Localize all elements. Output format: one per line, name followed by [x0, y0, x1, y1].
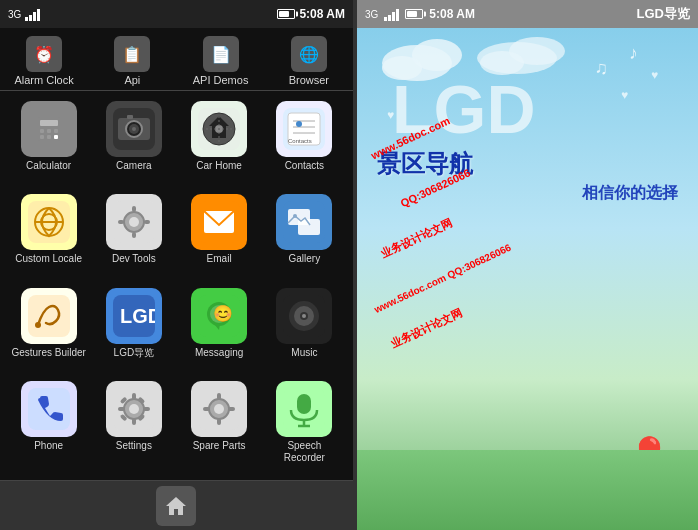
app-lgd[interactable]: LGD LGD导览: [93, 282, 174, 371]
settings-icon: [106, 381, 162, 437]
app-email[interactable]: Email: [178, 188, 259, 277]
svg-text:LGD: LGD: [120, 305, 155, 327]
watermark-text-5: 业务设计论文网: [388, 306, 463, 349]
api-demos-label: API Demos: [193, 74, 249, 86]
app-area: ⏰ Alarm Clock 📋 Api 📄 API Demos 🌐 Browse…: [0, 28, 353, 480]
gallery-label: Gallery: [289, 253, 321, 265]
svg-rect-1: [40, 120, 58, 126]
svg-rect-73: [217, 393, 221, 400]
app-spare-parts[interactable]: Spare Parts: [178, 375, 259, 476]
lgd-tagline-area: 相信你的选择: [582, 183, 678, 204]
app-settings[interactable]: Settings: [93, 375, 174, 476]
right-signal-bar-2: [388, 15, 391, 21]
dev-tools-label: Dev Tools: [112, 253, 156, 265]
bottom-nav: [0, 480, 353, 530]
svg-rect-13: [127, 115, 133, 119]
right-signal-bars: [384, 7, 399, 21]
top-app-alarm[interactable]: ⏰ Alarm Clock: [4, 36, 84, 86]
messaging-icon: 😊: [191, 288, 247, 344]
app-gallery[interactable]: Gallery: [264, 188, 345, 277]
app-calculator[interactable]: Calculator: [8, 95, 89, 184]
top-app-api-demos[interactable]: 📄 API Demos: [181, 36, 261, 86]
svg-rect-63: [132, 418, 136, 425]
app-messaging[interactable]: 😊 Messaging: [178, 282, 259, 371]
watermark-5: 业务设计论文网: [387, 303, 464, 352]
ground: [357, 450, 698, 530]
watermark-3: 业务设计论文网: [377, 213, 454, 262]
watermark-text-3: 业务设计论文网: [378, 216, 453, 259]
home-button[interactable]: [156, 486, 196, 526]
battery-icon: [277, 9, 295, 19]
svg-rect-64: [118, 407, 125, 411]
app-custom-locale[interactable]: Custom Locale: [8, 188, 89, 277]
spare-parts-icon: [191, 381, 247, 437]
svg-point-57: [302, 314, 306, 318]
svg-rect-6: [47, 135, 51, 139]
svg-point-12: [132, 127, 136, 131]
calculator-icon: [21, 101, 77, 157]
contacts-label: Contacts: [285, 160, 324, 172]
svg-rect-75: [203, 407, 210, 411]
settings-label: Settings: [116, 440, 152, 452]
right-status-bar: 3G 5:08 AM LGD导览: [357, 0, 698, 28]
svg-rect-2: [40, 129, 44, 133]
app-grid: Calculator Camera: [0, 91, 353, 480]
api-icon: 📋: [114, 36, 150, 72]
left-time: 5:08 AM: [299, 7, 345, 21]
svg-rect-5: [40, 135, 44, 139]
music-label: Music: [291, 347, 317, 359]
svg-rect-4: [54, 129, 58, 133]
contacts-icon: Contacts: [276, 101, 332, 157]
email-icon: [191, 194, 247, 250]
alarm-clock-label: Alarm Clock: [14, 74, 73, 86]
signal-bar-3: [33, 12, 36, 21]
carhome-icon: [191, 101, 247, 157]
messaging-label: Messaging: [195, 347, 243, 359]
custom-locale-label: Custom Locale: [15, 253, 82, 265]
right-app-title: LGD导览: [637, 5, 690, 23]
app-speech-recorder[interactable]: Speech Recorder: [264, 375, 345, 476]
gestures-label: Gestures Builder: [11, 347, 85, 359]
svg-text:😊: 😊: [213, 304, 233, 323]
api-label: Api: [124, 74, 140, 86]
app-phone[interactable]: Phone: [8, 375, 89, 476]
left-status-bar: 3G 5:08 AM: [0, 0, 353, 28]
speech-recorder-label: Speech Recorder: [266, 440, 343, 464]
svg-rect-62: [132, 393, 136, 400]
gestures-icon: [21, 288, 77, 344]
svg-point-45: [35, 322, 41, 328]
svg-rect-44: [28, 295, 70, 337]
right-signal-bar-4: [396, 9, 399, 21]
lgd-content: ♥ ♥ ♥ ♪ ♫ LGD 景区导航 相信你的选择 www.56doc.com …: [357, 28, 698, 530]
app-music[interactable]: Music: [264, 282, 345, 371]
gallery-icon: [276, 194, 332, 250]
network-type: 3G: [8, 9, 21, 20]
signal-bar-4: [37, 9, 40, 21]
alarm-clock-icon: ⏰: [26, 36, 62, 72]
top-app-browser[interactable]: 🌐 Browser: [269, 36, 349, 86]
svg-rect-74: [217, 418, 221, 425]
right-time: 5:08 AM: [429, 7, 475, 21]
battery-fill: [279, 11, 289, 17]
app-carhome[interactable]: Car Home: [178, 95, 259, 184]
lgd-tagline-text: 相信你的选择: [582, 184, 678, 201]
right-battery-icon: [405, 9, 423, 19]
lgd-icon: LGD: [106, 288, 162, 344]
svg-rect-65: [143, 407, 150, 411]
left-phone-panel: 3G 5:08 AM ⏰ Alarm Clock 📋 Api: [0, 0, 353, 530]
svg-rect-78: [297, 394, 311, 414]
svg-text:Contacts: Contacts: [288, 138, 312, 144]
signal-bars: [25, 7, 40, 21]
top-app-api[interactable]: 📋 Api: [92, 36, 172, 86]
app-contacts[interactable]: Contacts Contacts: [264, 95, 345, 184]
spare-parts-label: Spare Parts: [193, 440, 246, 452]
svg-rect-7: [54, 135, 58, 139]
app-camera[interactable]: Camera: [93, 95, 174, 184]
signal-bar-2: [29, 15, 32, 21]
app-gestures[interactable]: Gestures Builder: [8, 282, 89, 371]
heart-decoration-1: ♥: [651, 68, 658, 82]
email-label: Email: [207, 253, 232, 265]
svg-point-25: [296, 121, 302, 127]
app-dev-tools[interactable]: Dev Tools: [93, 188, 174, 277]
svg-rect-37: [144, 220, 150, 224]
